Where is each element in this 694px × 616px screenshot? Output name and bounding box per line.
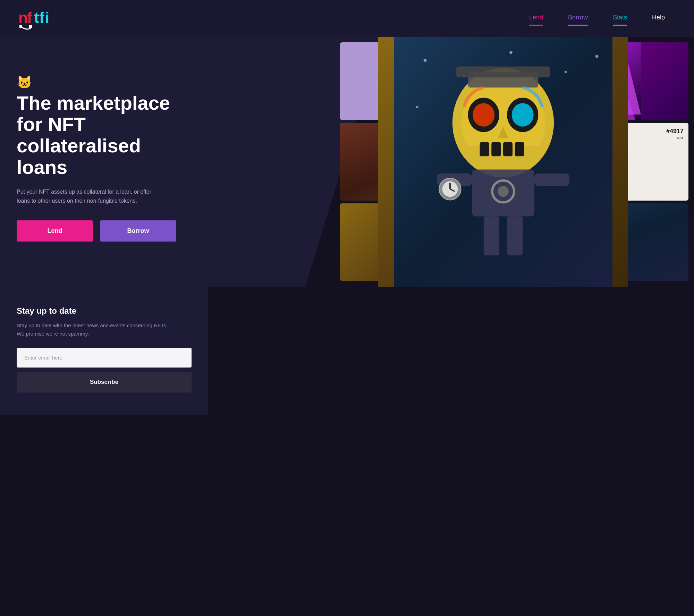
subscribe-description: Stay up to date with the latest news and…: [17, 321, 169, 338]
subscribe-section: Stay up to date Stay up to date with the…: [0, 287, 208, 415]
subscribe-title: Stay up to date: [17, 306, 192, 316]
svg-text:f: f: [27, 9, 32, 26]
svg-text:n: n: [18, 9, 28, 26]
borrow-button[interactable]: Borrow: [100, 220, 176, 242]
nav-stats-underline: [613, 25, 627, 26]
subscribe-input-wrap: [17, 348, 192, 368]
nav-borrow-underline: [568, 25, 588, 26]
lend-button[interactable]: Lend: [17, 220, 93, 242]
nav-lend-underline: [529, 25, 543, 26]
hero-content: 🐱 The marketplace for NFT collateralised…: [0, 37, 194, 287]
header: n f t f i Lend Borrow Stats Help: [0, 0, 694, 37]
email-input[interactable]: [17, 348, 192, 368]
svg-text:f: f: [39, 9, 44, 26]
hero-cat-icon: 🐱: [17, 75, 178, 90]
subscribe-button[interactable]: Subscribe: [17, 372, 192, 393]
nav-lend[interactable]: Lend: [517, 11, 556, 26]
logo[interactable]: n f t f i: [17, 6, 58, 31]
hero-title: The marketplace for NFT collateralised l…: [17, 92, 178, 178]
nav-help-underline: [652, 25, 665, 26]
hero-buttons: Lend Borrow: [17, 220, 178, 242]
main-nav: Lend Borrow Stats Help: [517, 11, 677, 26]
nav-stats[interactable]: Stats: [600, 11, 640, 26]
svg-rect-54: [516, 203, 534, 217]
nav-borrow[interactable]: Borrow: [556, 11, 600, 26]
svg-text:i: i: [45, 9, 49, 26]
nft-grid: BEEPLE: EVERYDAYS INTO THE ETHER #4917 D…: [312, 37, 694, 287]
hero-section: 🐱 The marketplace for NFT collateralised…: [0, 37, 694, 287]
svg-text:t: t: [34, 9, 39, 26]
hero-description: Put your NFT assets up as collateral for…: [17, 187, 162, 205]
svg-rect-56: [516, 217, 523, 256]
nav-help[interactable]: Help: [640, 11, 677, 26]
nft-card-skull[interactable]: [516, 203, 688, 281]
